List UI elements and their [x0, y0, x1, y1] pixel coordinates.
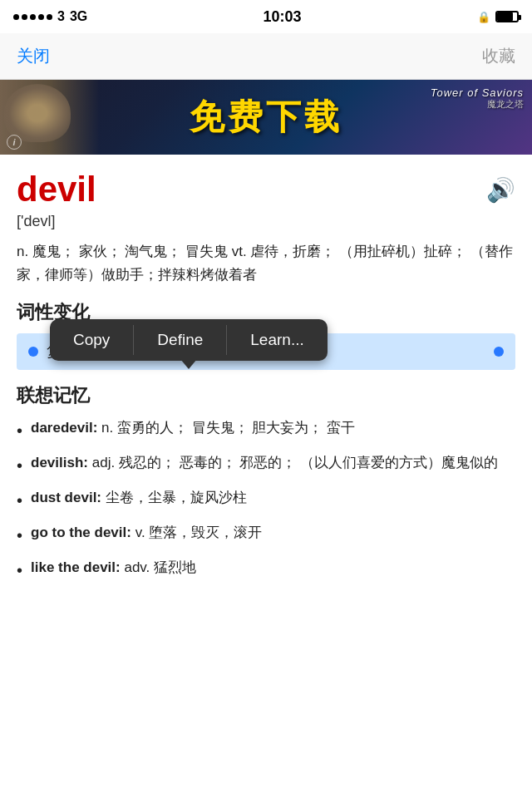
context-copy[interactable]: Copy	[50, 319, 133, 361]
list-item: • daredevil: n. 蛮勇的人； 冒失鬼； 胆大妄为； 蛮干	[17, 416, 515, 445]
memory-list: • daredevil: n. 蛮勇的人； 冒失鬼； 胆大妄为； 蛮干 • de…	[17, 416, 515, 584]
word-header: devil 🔊	[17, 170, 515, 209]
battery-icon	[495, 11, 519, 22]
nav-bar: 关闭 收藏	[0, 33, 532, 80]
inflection-dot-right	[494, 347, 504, 357]
bullet-icon: •	[17, 451, 22, 480]
memory-word: daredevil:	[31, 420, 97, 436]
list-item: • go to the devil: v. 堕落，毁灭，滚开	[17, 521, 515, 549]
status-right: 🔒	[477, 11, 519, 23]
context-menu: Copy Define Learn...	[50, 319, 328, 361]
banner-title-top: Tower of Saviors	[431, 86, 524, 99]
memory-word: go to the devil:	[31, 525, 131, 540]
banner-info-icon: i	[7, 135, 22, 150]
word-title: devil	[17, 170, 96, 209]
memory-word: like the devil:	[31, 559, 121, 575]
memory-word: devilish:	[31, 455, 88, 470]
memory-desc: 尘卷，尘暴，旋风沙柱	[106, 490, 247, 505]
memory-entry: dust devil: 尘卷，尘暴，旋风沙柱	[31, 486, 247, 510]
bullet-icon: •	[17, 521, 22, 549]
memory-entry: go to the devil: v. 堕落，毁灭，滚开	[31, 521, 262, 545]
bullet-icon: •	[17, 556, 22, 584]
speaker-icon[interactable]: 🔊	[486, 176, 515, 204]
carrier-label: 3	[57, 9, 65, 24]
memory-section-title: 联想记忆	[17, 383, 515, 408]
memory-desc: v. 堕落，毁灭，滚开	[135, 525, 263, 540]
memory-desc: n. 蛮勇的人； 冒失鬼； 胆大妄为； 蛮干	[101, 420, 355, 436]
status-bar: 3 3G 10:03 🔒	[0, 0, 532, 33]
lock-icon: 🔒	[477, 11, 490, 23]
close-button[interactable]: 关闭	[17, 45, 50, 67]
signal-dots	[13, 14, 52, 20]
memory-desc: adv. 猛烈地	[124, 559, 196, 575]
list-item: • like the devil: adv. 猛烈地	[17, 556, 515, 584]
network-label: 3G	[70, 9, 87, 24]
memory-desc: adj. 残忍的； 恶毒的； 邪恶的； （以人们喜爱的方式）魔鬼似的	[92, 455, 498, 470]
context-learn[interactable]: Learn...	[227, 319, 327, 361]
banner-main-text: 免费下载	[190, 94, 342, 140]
bullet-icon: •	[17, 416, 22, 445]
list-item: • dust devil: 尘卷，尘暴，旋风沙柱	[17, 486, 515, 515]
memory-entry: like the devil: adv. 猛烈地	[31, 556, 196, 580]
list-item: • devilish: adj. 残忍的； 恶毒的； 邪恶的； （以人们喜爱的方…	[17, 451, 515, 480]
ad-banner[interactable]: 免费下载 Tower of Saviors 魔龙之塔 i	[0, 80, 532, 155]
memory-entry: devilish: adj. 残忍的； 恶毒的； 邪恶的； （以人们喜爱的方式）…	[31, 451, 498, 475]
inflection-dot-left	[28, 347, 38, 357]
bullet-icon: •	[17, 486, 22, 515]
context-define[interactable]: Define	[134, 319, 226, 361]
banner-subtitle: 魔龙之塔	[487, 98, 524, 111]
time-label: 10:03	[264, 8, 302, 26]
collect-button[interactable]: 收藏	[482, 45, 515, 67]
memory-entry: daredevil: n. 蛮勇的人； 冒失鬼； 胆大妄为； 蛮干	[31, 416, 355, 441]
definition-text: n. 魔鬼； 家伙； 淘气鬼； 冒失鬼 vt. 虐待，折磨； （用扯碎机）扯碎；…	[17, 240, 515, 287]
status-left: 3 3G	[13, 9, 87, 24]
phonetic-text: ['devl]	[17, 213, 515, 230]
memory-word: dust devil:	[31, 490, 101, 505]
main-content: devil 🔊 ['devl] n. 魔鬼； 家伙； 淘气鬼； 冒失鬼 vt. …	[0, 155, 532, 584]
